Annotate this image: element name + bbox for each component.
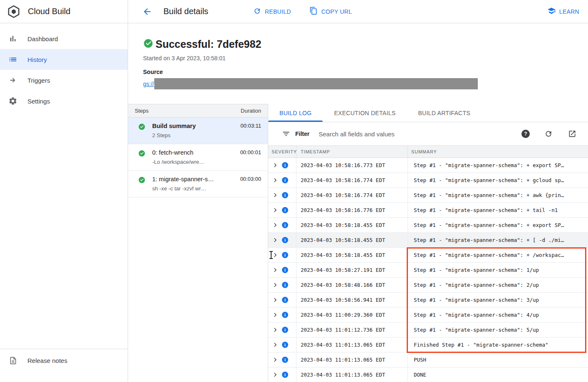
main-area: Build details REBUILD COPY URL xyxy=(128,0,588,382)
log-summary: Step #1 - "migrate-spanner-schema": 2/up xyxy=(408,278,588,292)
info-severity-icon: i xyxy=(282,177,288,183)
page-title: Build details xyxy=(163,7,208,16)
log-row[interactable]: i2023-04-03 11:01:12.736 EDTStep #1 - "m… xyxy=(268,323,588,338)
expand-chevron-icon[interactable] xyxy=(272,222,278,228)
log-timestamp: 2023-04-03 10:58:16.774 EDT xyxy=(296,173,408,187)
step-row-migrate-spanner[interactable]: 1: migrate-spanner-s… sh -xe -c tar -xzv… xyxy=(128,171,268,197)
summary-column-header: SUMMARY xyxy=(408,146,588,158)
info-severity-icon: i xyxy=(282,192,288,198)
log-timestamp: 2023-04-03 10:58:16.774 EDT xyxy=(296,188,408,202)
release-notes-icon xyxy=(8,356,18,366)
source-label: Source xyxy=(143,69,588,75)
learn-label: LEARN xyxy=(559,8,579,15)
app-title: Cloud Build xyxy=(28,7,70,16)
log-row[interactable]: i2023-04-03 10:58:56.941 EDTStep #1 - "m… xyxy=(268,293,588,308)
log-row[interactable]: i2023-04-03 10:58:16.773 EDTStep #1 - "m… xyxy=(268,158,588,173)
sidebar-item-release-notes[interactable]: Release notes xyxy=(0,349,128,372)
sidebar-item-history[interactable]: History xyxy=(0,49,128,70)
info-severity-icon: i xyxy=(282,297,288,303)
log-filter-bar: Filter ? xyxy=(268,122,588,145)
log-row[interactable]: i2023-04-03 10:58:16.776 EDTStep #1 - "m… xyxy=(268,203,588,218)
step-row-build-summary[interactable]: Build summary 2 Steps 00:03:11 xyxy=(128,118,268,144)
log-summary: DONE xyxy=(408,367,588,382)
log-row[interactable]: i2023-04-03 10:58:16.774 EDTStep #1 - "m… xyxy=(268,188,588,203)
expand-chevron-icon[interactable] xyxy=(272,192,278,198)
log-timestamp: 2023-04-03 11:01:12.736 EDT xyxy=(296,323,408,337)
refresh-icon[interactable] xyxy=(544,129,553,139)
log-row[interactable]: i2023-04-03 10:58:27.191 EDTStep #1 - "m… xyxy=(268,263,588,278)
expand-chevron-icon[interactable] xyxy=(272,342,278,348)
info-severity-icon: i xyxy=(282,222,288,228)
sidebar-item-triggers[interactable]: Triggers xyxy=(0,70,128,91)
log-row[interactable]: i2023-04-03 10:58:18.455 EDTStep #1 - "m… xyxy=(268,218,588,233)
info-severity-icon: i xyxy=(282,207,288,213)
expand-chevron-icon[interactable] xyxy=(272,282,278,288)
log-timestamp: 2023-04-03 10:58:16.776 EDT xyxy=(296,203,408,217)
log-summary: Finished Step #1 - "migrate-spanner-sche… xyxy=(408,338,588,352)
info-severity-icon: i xyxy=(282,312,288,318)
expand-chevron-icon[interactable] xyxy=(272,237,278,243)
back-arrow-icon[interactable] xyxy=(142,7,152,17)
log-row[interactable]: i2023-04-03 11:01:13.065 EDTFinished Ste… xyxy=(268,338,588,352)
expand-chevron-icon[interactable] xyxy=(272,252,278,258)
log-row[interactable]: i2023-04-03 11:01:13.065 EDTPUSH xyxy=(268,352,588,367)
help-icon[interactable]: ? xyxy=(521,130,530,138)
log-timestamp: 2023-04-03 10:58:48.166 EDT xyxy=(296,278,408,292)
log-row[interactable]: i2023-04-03 10:58:16.774 EDTStep #1 - "m… xyxy=(268,173,588,188)
expand-chevron-icon[interactable] xyxy=(272,207,278,213)
step-row-fetch-wrench[interactable]: 0: fetch-wrench -Lo /workspace/wre… 00:0… xyxy=(128,144,268,171)
expand-chevron-icon[interactable] xyxy=(272,162,278,168)
log-timestamp: 2023-04-03 10:58:56.941 EDT xyxy=(296,293,408,307)
info-severity-icon: i xyxy=(282,267,288,273)
filter-icon xyxy=(282,130,290,138)
log-tabs: BUILD LOG EXECUTION DETAILS BUILD ARTIFA… xyxy=(268,104,588,122)
triggers-arrow-icon xyxy=(8,75,18,85)
log-search-input[interactable] xyxy=(318,130,521,138)
expand-chevron-icon[interactable] xyxy=(272,177,278,183)
build-summary-section: Successful: 7defe982 Started on 3 Apr 20… xyxy=(128,23,588,104)
sidebar-item-dashboard[interactable]: Dashboard xyxy=(0,28,128,49)
expand-chevron-icon[interactable] xyxy=(272,357,278,363)
log-row[interactable]: i2023-04-03 10:58:48.166 EDTStep #1 - "m… xyxy=(268,278,588,293)
tab-build-log[interactable]: BUILD LOG xyxy=(268,104,323,122)
build-status-title: Successful: 7defe982 xyxy=(156,38,261,50)
info-severity-icon: i xyxy=(282,282,288,288)
tab-execution-details[interactable]: EXECUTION DETAILS xyxy=(323,104,407,122)
open-in-new-icon[interactable] xyxy=(567,129,577,139)
log-row[interactable]: i2023-04-03 11:01:13.065 EDTDONE xyxy=(268,367,588,382)
step-duration: 00:03:00 xyxy=(240,176,261,182)
log-row[interactable]: i2023-04-03 10:58:18.455 EDTStep #1 - "m… xyxy=(268,233,588,248)
log-row[interactable]: i2023-04-03 10:58:18.455 EDTStep #1 - "m… xyxy=(268,248,588,263)
cloud-build-logo-icon xyxy=(6,4,22,20)
copy-url-button[interactable]: COPY URL xyxy=(309,7,352,16)
sidebar: Cloud Build Dashboard History xyxy=(0,0,128,382)
log-timestamp: 2023-04-03 10:58:18.455 EDT xyxy=(296,248,408,262)
tab-build-artifacts[interactable]: BUILD ARTIFACTS xyxy=(407,104,482,122)
expand-chevron-icon[interactable] xyxy=(272,297,278,303)
expand-chevron-icon[interactable] xyxy=(272,327,278,333)
source-link[interactable]: gs:// xyxy=(143,81,154,87)
learn-button[interactable]: LEARN xyxy=(547,7,579,16)
expand-chevron-icon[interactable] xyxy=(272,267,278,273)
step-subtitle: sh -xe -c tar -xzvf wr… xyxy=(152,185,214,192)
step-subtitle: -Lo /workspace/wre… xyxy=(152,159,205,165)
release-notes-label: Release notes xyxy=(27,357,67,364)
log-summary: Step #1 - "migrate-spanner-schema": + ex… xyxy=(408,158,588,173)
topbar: Build details REBUILD COPY URL xyxy=(128,0,588,23)
log-summary: Step #1 - "migrate-spanner-schema": + ex… xyxy=(408,218,588,232)
log-rows: i2023-04-03 10:58:16.773 EDTStep #1 - "m… xyxy=(268,158,588,382)
expand-chevron-icon[interactable] xyxy=(272,372,278,378)
log-row[interactable]: i2023-04-03 11:00:29.360 EDTStep #1 - "m… xyxy=(268,308,588,323)
log-summary: Step #1 - "migrate-spanner-schema": + gc… xyxy=(408,173,588,187)
log-timestamp: 2023-04-03 11:00:29.360 EDT xyxy=(296,308,408,322)
expand-chevron-icon[interactable] xyxy=(272,312,278,318)
graduation-cap-icon xyxy=(547,7,556,16)
copy-url-label: COPY URL xyxy=(321,8,352,15)
log-summary: Step #1 - "migrate-spanner-schema": 3/up xyxy=(408,293,588,307)
log-timestamp: 2023-04-03 10:58:16.773 EDT xyxy=(296,158,408,173)
log-table-header: SEVERITY TIMESTAMP SUMMARY xyxy=(268,145,588,158)
rebuild-button[interactable]: REBUILD xyxy=(253,7,291,16)
info-severity-icon: i xyxy=(282,372,288,378)
log-timestamp: 2023-04-03 11:01:13.065 EDT xyxy=(296,352,408,367)
sidebar-item-settings[interactable]: Settings xyxy=(0,91,128,111)
